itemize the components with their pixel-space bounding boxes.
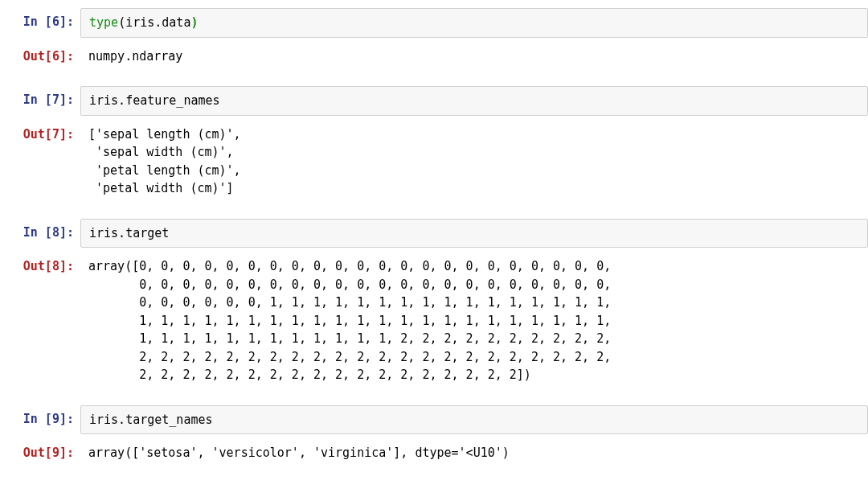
input-row: In [8]:iris.target [0, 219, 868, 248]
code-cell[interactable]: type(iris.data) [80, 8, 868, 38]
code-cell[interactable]: iris.target [80, 219, 868, 248]
output-row: Out[6]:numpy.ndarray [0, 43, 868, 71]
input-prompt: In [8]: [10, 219, 80, 242]
input-prompt: In [9]: [10, 405, 80, 429]
output-row: Out[9]:array(['setosa', 'versicolor', 'v… [0, 439, 868, 467]
output-cell: array(['setosa', 'versicolor', 'virginic… [80, 439, 868, 467]
cell-spacer [0, 75, 868, 86]
output-row: Out[8]:array([0, 0, 0, 0, 0, 0, 0, 0, 0,… [0, 253, 868, 389]
code-cell[interactable]: iris.feature_names [80, 86, 868, 116]
input-row: In [9]:iris.target_names [0, 405, 868, 435]
cell-spacer [0, 207, 868, 219]
input-prompt: In [7]: [10, 86, 80, 109]
notebook-container: In [6]:type(iris.data)Out[6]:numpy.ndarr… [0, 8, 868, 483]
output-prompt: Out[7]: [10, 121, 80, 144]
output-row: Out[7]:['sepal length (cm)', 'sepal widt… [0, 121, 868, 203]
output-prompt: Out[6]: [10, 43, 80, 66]
output-prompt: Out[9]: [10, 439, 80, 462]
input-row: In [6]:type(iris.data) [0, 8, 868, 38]
cell-spacer [0, 472, 868, 483]
output-prompt: Out[8]: [10, 253, 80, 276]
output-cell: ['sepal length (cm)', 'sepal width (cm)'… [80, 121, 868, 203]
cell-spacer [0, 394, 868, 405]
input-prompt: In [6]: [10, 8, 80, 31]
output-cell: array([0, 0, 0, 0, 0, 0, 0, 0, 0, 0, 0, … [80, 253, 868, 389]
code-cell[interactable]: iris.target_names [80, 405, 868, 435]
output-cell: numpy.ndarray [80, 43, 868, 71]
input-row: In [7]:iris.feature_names [0, 86, 868, 116]
